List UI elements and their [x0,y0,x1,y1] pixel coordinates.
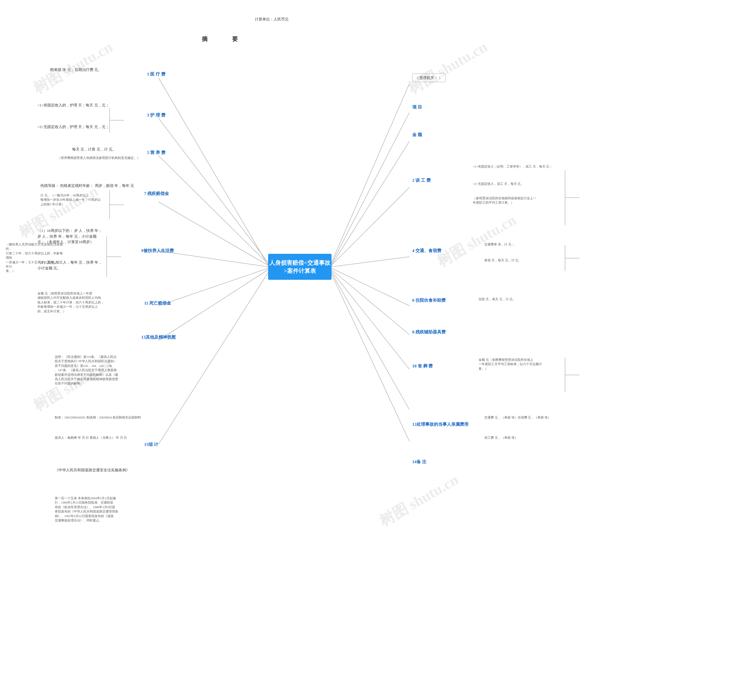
family-exp-node-1: 交通费 元，（单据 张）住宿费 元，（单据 张） [484,415,551,420]
svg-line-5 [158,268,268,306]
svg-line-2 [158,156,268,264]
other-comfort-label: 13其他及精神抚慰 [141,334,176,341]
amount-node: 金 额 [412,131,422,138]
lost-work-note: （参照受诉法院所在地相同或者相近行业上一 年度职工的平均工资计算。） [473,196,536,205]
svg-line-14 [332,270,409,335]
transport-node-2: 食宿 天，每天 元，计 元。 [484,258,521,262]
disability-comp-label: 7 残疾赔偿金 [144,190,169,197]
center-node: 人身损害赔偿<交通事故>案件计算表 [268,254,332,280]
dependents-footnote: （被扶养人无劳动能力又无其他生活来源的， 计算二十年，但六十周岁以上的，年龄每增… [6,242,63,274]
make-info: 制表：16012000A0291 制表期：20030824 表后附相关证据材料 [55,415,141,420]
nutrition-fee-node: 每天 元，计算 元，计 元。 [72,147,116,152]
law-ref: 《中华人民共和国道路交通安全法实施条例》 [55,467,130,473]
item-node: 项 目 [412,104,422,110]
nursing-fee-node-2: <2>无固定收入的，护理 天；每天 元，元； [37,124,109,130]
svg-line-10 [332,141,409,265]
svg-line-12 [332,257,409,267]
svg-line-0 [158,78,268,265]
disability-aids-label: 8 残疾辅助器具费 [412,329,446,335]
lost-work-node-1: <1>有固定收入（证明、工资等等），误工 天，每天 元； [473,165,552,169]
death-comp-node: 金额 元（按照受诉法院所在地上一年度 城镇居民人均可支配收入或者农村居民人均纯 … [37,291,104,313]
remarks-label: 14备 注 [412,459,426,465]
transport-node-1: 交通费单 张，计 元； [484,242,515,247]
svg-line-16 [332,272,409,410]
disability-comp-node: 伤残等级： 伤残者定残时年龄： 周岁，赔偿 年，每年 元 [40,183,134,189]
family-exp-label: 12处理事故的当事人亲属费用 [412,421,468,428]
svg-line-15 [332,271,409,369]
svg-line-11 [332,187,409,265]
law-detail: 第一百一十五条 本条例自2004年5月1日起施 行，1960年2月11日国务院批… [55,496,118,523]
nutrition-fee-label: 5 营 养 费 [147,149,166,156]
watermark-6: 树图 shutu.cn [376,469,462,531]
disability-comp-note: 计 元。（一般为20年，60周岁以上， 每增加一岁在20年基础上减一年；75周岁… [40,193,101,206]
provider-info: 提供人：杨新峰 年 月 日 复核人（当事人） 年 月 日 [55,435,127,440]
svg-line-8 [332,84,409,262]
svg-line-3 [158,202,268,265]
funeral-label: 10 丧 葬 费 [412,363,433,369]
nursing-fee-node: <1>有固定收入的，护理 天；每天 元，元； [37,102,109,108]
hospital-subsidy-label: 6 住院伙食补助费 [412,297,446,304]
legal-note: 说明：《民法通则》第119条、《最高人民法 院关于贯彻执行<中华人民共和国民法通… [55,355,118,386]
svg-line-1 [158,118,268,262]
family-exp-node-2: 误工费 元，（单据 张） [484,435,518,440]
dependents-label: 9被扶养人生活费 [141,247,174,254]
svg-line-4 [158,251,268,267]
hospital-subsidy-node: 住院 天，每天 元，计 元。 [478,297,516,301]
funeral-node: 金额 元（丧葬费按照受诉法院所在地上 一年度职工月平均工资标准，以六个月总额计 … [478,357,542,371]
watermark-3: 树图 shutu.cn [405,37,491,99]
transport-label: 4 交通、食宿费 [412,247,442,254]
svg-line-17 [332,274,409,441]
nutrition-fee-note: （营养费根据受害人伤残情况参照医疗机构的意见确定。） [58,156,140,160]
svg-line-9 [332,112,409,264]
svg-line-6 [158,270,268,340]
total-label: 15综 计 [144,441,158,448]
lost-work-label: 2 误 工 费 [412,177,431,184]
medical-fee-label: 1 医 疗 费 [147,71,166,78]
svg-line-7 [158,272,268,444]
unit-label: 计算单位：人民币元 [254,16,290,23]
medical-fee-node: 附单据 张 元；后期治疗费 元。 [49,66,103,73]
svg-line-13 [332,268,409,306]
death-comp-label: 11 死亡赔偿金 [144,300,171,307]
lost-work-node-2: <2>无固定收入，误工 天，每天 元。 [473,182,524,186]
summary-label: 摘 要 [202,35,249,43]
receiver-node: （受理机关： ） [412,74,446,82]
nursing-fee-label: 3 护 理 费 [147,112,166,119]
